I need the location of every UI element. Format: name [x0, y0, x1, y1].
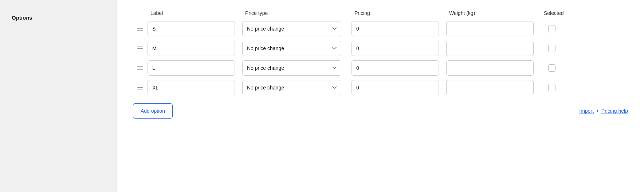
footer-row: Add option Import • Pricing help — [131, 103, 629, 119]
price-type-select-3[interactable]: No price change Price increase Price dec… — [242, 60, 341, 76]
weight-header: Weight (kg) — [446, 10, 541, 16]
table-row: No price change Price increase Price dec… — [131, 58, 629, 78]
price-type-select-4[interactable]: No price change Price increase Price dec… — [242, 80, 341, 95]
selected-cell-4 — [541, 84, 563, 91]
pricing-input-3[interactable] — [352, 60, 439, 76]
pricing-input-1[interactable] — [352, 21, 439, 36]
weight-input-3[interactable] — [446, 60, 534, 76]
table-row: No price change Price increase Price dec… — [131, 39, 629, 58]
drag-handle-icon[interactable] — [133, 86, 148, 90]
table-header: Label Price type Pricing Weight (kg) Sel… — [131, 10, 629, 16]
drag-handle-icon[interactable] — [133, 66, 148, 70]
weight-input-1[interactable] — [446, 21, 534, 36]
add-option-button[interactable]: Add option — [133, 103, 173, 119]
drag-handle-icon[interactable] — [133, 47, 148, 51]
main-content: Label Price type Pricing Weight (kg) Sel… — [117, 0, 644, 192]
selected-cell-3 — [541, 64, 563, 72]
selected-header: Selected — [541, 10, 563, 16]
sidebar: Options — [0, 0, 117, 192]
weight-input-2[interactable] — [446, 41, 534, 56]
label-header: Label — [148, 10, 242, 16]
table-row: No price change Price increase Price dec… — [131, 19, 629, 39]
options-rows: No price change Price increase Price dec… — [131, 19, 629, 97]
label-input-2[interactable] — [148, 41, 235, 56]
footer-links: Import • Pricing help — [579, 108, 628, 114]
pricing-header: Pricing — [352, 10, 446, 16]
price-type-select-1[interactable]: No price change Price increase Price dec… — [242, 21, 341, 36]
footer-separator: • — [597, 108, 598, 114]
selected-checkbox-1[interactable] — [548, 25, 555, 32]
label-input-4[interactable] — [148, 80, 235, 95]
pricing-input-2[interactable] — [352, 41, 439, 56]
sidebar-title: Options — [12, 15, 32, 21]
weight-input-4[interactable] — [446, 80, 534, 95]
selected-checkbox-2[interactable] — [548, 45, 555, 52]
pricing-input-4[interactable] — [352, 80, 439, 95]
price-type-select-2[interactable]: No price change Price increase Price dec… — [242, 41, 341, 56]
table-row: No price change Price increase Price dec… — [131, 78, 629, 97]
selected-checkbox-4[interactable] — [548, 84, 555, 91]
pricing-help-link[interactable]: Pricing help — [601, 108, 628, 114]
drag-handle-icon[interactable] — [133, 27, 148, 31]
drag-header-spacer — [133, 10, 148, 16]
price-type-header: Price type — [242, 10, 352, 16]
selected-checkbox-3[interactable] — [548, 64, 555, 72]
selected-cell-2 — [541, 45, 563, 52]
selected-cell-1 — [541, 25, 563, 32]
import-link[interactable]: Import — [579, 108, 594, 114]
label-input-3[interactable] — [148, 60, 235, 76]
label-input-1[interactable] — [148, 21, 235, 36]
